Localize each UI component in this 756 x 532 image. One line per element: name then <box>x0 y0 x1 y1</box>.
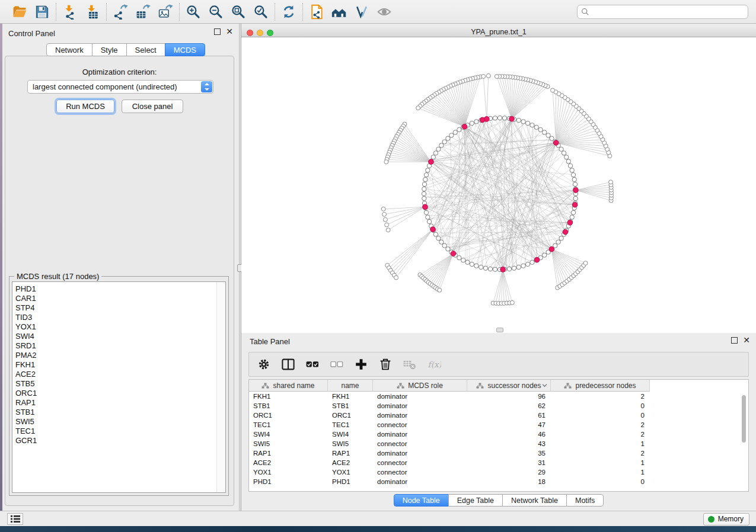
open-session-button[interactable] <box>11 4 28 20</box>
tab-motifs[interactable]: Motifs <box>566 494 604 507</box>
cell-MCDS-role: connector <box>373 458 467 467</box>
hierarchy-icon <box>564 383 572 389</box>
hide-panel-button[interactable] <box>376 4 393 20</box>
result-list-item[interactable]: TID3 <box>15 313 216 322</box>
table-row[interactable]: ACE2ACE2connector311 <box>249 458 650 467</box>
node-table[interactable]: shared namenameMCDS rolesuccessor nodesp… <box>248 379 749 492</box>
mcds-result-items: PHD1CAR1STP4TID3YOX1SWI4SRD1PMA2FKH1ACE2… <box>15 284 216 446</box>
memory-button[interactable]: Memory <box>703 513 749 525</box>
zoom-selected-button[interactable] <box>253 4 269 20</box>
delete-column-button[interactable] <box>378 357 393 372</box>
result-list-item[interactable]: PHD1 <box>15 284 216 294</box>
tab-style[interactable]: Style <box>92 43 127 56</box>
result-list-item[interactable]: YOX1 <box>15 322 216 332</box>
horizontal-splitter-handle[interactable] <box>496 328 503 332</box>
import-table-button[interactable] <box>84 4 101 20</box>
zoom-in-button[interactable] <box>185 4 202 20</box>
result-list-item[interactable]: GCR1 <box>15 436 216 446</box>
result-list-item[interactable]: STB1 <box>15 408 216 417</box>
network-document-icon <box>309 4 324 20</box>
table-row[interactable]: YOX1YOX1connector291 <box>249 467 650 477</box>
cell-successor-nodes: 35 <box>467 448 551 458</box>
result-list-item[interactable]: SWI4 <box>15 332 216 341</box>
column-header-shared-name[interactable]: shared name <box>249 380 328 392</box>
zoom-selected-icon <box>253 4 269 20</box>
result-list-scrollbar[interactable] <box>216 282 225 492</box>
result-list-item[interactable]: CAR1 <box>15 294 216 303</box>
tab-mcds[interactable]: MCDS <box>165 43 205 56</box>
svg-text:f(x): f(x) <box>428 360 441 369</box>
cell-shared-name: PHD1 <box>249 477 328 486</box>
column-header-MCDS-role[interactable]: MCDS role <box>373 380 467 392</box>
tab-network[interactable]: Network <box>46 43 92 56</box>
export-image-button[interactable] <box>157 4 174 20</box>
settings-button[interactable] <box>256 357 272 372</box>
network-document-button[interactable] <box>308 4 325 20</box>
hide-panel-icon <box>377 4 392 20</box>
table-row[interactable]: STB1STB1dominator620 <box>249 401 650 411</box>
deselect-all-button[interactable] <box>329 357 344 372</box>
table-row[interactable]: ORC1ORC1dominator610 <box>249 411 650 420</box>
app-window: Control Panel ✕ NetworkStyleSelectMCDS O… <box>0 0 756 526</box>
table-row[interactable]: RAP1RAP1dominator352 <box>249 448 650 458</box>
result-list-item[interactable]: SRD1 <box>15 341 216 351</box>
result-list-item[interactable]: ACE2 <box>15 370 216 379</box>
column-header-predecessor-nodes[interactable]: predecessor nodes <box>551 380 650 392</box>
criterion-select[interactable]: largest connected component (undirected) <box>27 80 213 94</box>
result-list-item[interactable]: STP4 <box>15 303 216 313</box>
import-network-button[interactable] <box>62 4 78 20</box>
result-list-item[interactable]: FKH1 <box>15 360 216 370</box>
table-float-icon[interactable] <box>731 337 738 344</box>
run-mcds-button[interactable]: Run MCDS <box>56 100 114 113</box>
function-builder-button: f(x) <box>426 357 442 372</box>
network-window-titlebar[interactable]: YPA_prune.txt_1 <box>241 27 756 37</box>
table-panel-title: Table Panel <box>250 337 290 346</box>
table-scrollbar-thumb[interactable] <box>742 395 746 443</box>
tab-node-table[interactable]: Node Table <box>394 494 449 507</box>
export-network-button[interactable] <box>112 4 129 20</box>
vizmapper-button[interactable] <box>353 4 370 20</box>
select-all-button[interactable] <box>305 357 320 372</box>
column-header-name[interactable]: name <box>328 380 373 392</box>
close-panel-button[interactable]: Close panel <box>122 100 183 113</box>
network-graph[interactable] <box>241 37 755 332</box>
home-networks-button[interactable] <box>331 4 347 20</box>
control-panel: Control Panel ✕ NetworkStyleSelectMCDS O… <box>2 24 239 511</box>
tab-network-table[interactable]: Network Table <box>502 494 567 507</box>
table-row[interactable]: PHD1PHD1dominator180 <box>249 477 650 486</box>
result-list-item[interactable]: TEC1 <box>15 427 216 436</box>
result-list-item[interactable]: SWI5 <box>15 417 216 427</box>
search-input[interactable] <box>589 6 748 18</box>
network-canvas[interactable] <box>241 37 756 333</box>
table-row[interactable]: FKH1FKH1dominator962 <box>249 392 650 401</box>
table-scrollbar[interactable] <box>740 392 748 491</box>
close-panel-icon[interactable]: ✕ <box>226 28 233 35</box>
cell-MCDS-role: connector <box>373 467 467 477</box>
task-history-button[interactable] <box>7 513 23 525</box>
cell-name: FKH1 <box>328 392 373 401</box>
split-view-button[interactable] <box>280 357 296 372</box>
result-list-item[interactable]: PMA2 <box>15 351 216 360</box>
search-box[interactable] <box>577 5 748 19</box>
float-panel-icon[interactable] <box>214 28 221 35</box>
result-list-item[interactable]: STB5 <box>15 379 216 389</box>
save-session-button[interactable] <box>34 4 50 20</box>
vizmapper-icon <box>354 4 369 20</box>
cell-shared-name: RAP1 <box>249 448 328 458</box>
hierarchy-icon <box>261 383 269 389</box>
home-networks-icon <box>331 4 347 20</box>
table-row[interactable]: TEC1TEC1connector472 <box>249 420 650 430</box>
table-row[interactable]: SWI4SWI4dominator462 <box>249 430 650 439</box>
result-list-item[interactable]: RAP1 <box>15 398 216 408</box>
refresh-layout-button[interactable] <box>280 4 297 20</box>
column-header-successor-nodes[interactable]: successor nodes <box>467 380 551 392</box>
zoom-fit-button[interactable] <box>230 4 247 20</box>
zoom-out-button[interactable] <box>208 4 224 20</box>
result-list-item[interactable]: ORC1 <box>15 389 216 398</box>
export-table-button[interactable] <box>135 4 151 20</box>
tab-select[interactable]: Select <box>126 43 165 56</box>
tab-edge-table[interactable]: Edge Table <box>448 494 503 507</box>
add-column-button[interactable] <box>353 357 369 372</box>
table-row[interactable]: SWI5SWI5connector431 <box>249 439 650 448</box>
table-close-icon[interactable]: ✕ <box>743 337 750 344</box>
